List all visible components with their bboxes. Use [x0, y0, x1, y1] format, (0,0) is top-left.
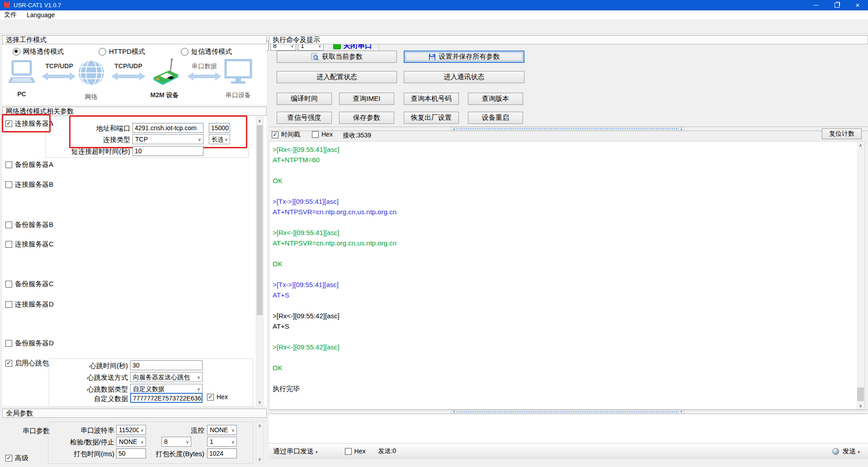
server-a-address-input[interactable]: 4291.cnsh.iot-tcp.com — [132, 123, 203, 133]
hb-mode-select[interactable]: 向服务器发送心跳包 — [130, 372, 203, 382]
work-mode-section-header: 选择工作模式 — [2, 35, 267, 44]
restore-button[interactable] — [826, 0, 847, 10]
scroll-up-icon[interactable] — [256, 422, 263, 429]
conn-type-select[interactable]: TCP — [132, 134, 203, 144]
server-a-port-input[interactable]: 15000 — [209, 123, 230, 133]
chevron-down-icon — [195, 384, 202, 393]
log-splitter[interactable] — [269, 127, 868, 131]
compile-time-button[interactable]: 编译时间 — [277, 93, 332, 105]
hb-mode-label: 心跳发送方式 — [56, 373, 128, 382]
checkbox-log-hex[interactable]: Hex — [312, 131, 333, 138]
g-baud-select[interactable]: 115200 — [116, 425, 146, 435]
g-flow-select[interactable]: NONE — [207, 425, 237, 435]
checkbox-send-hex[interactable]: Hex — [345, 448, 366, 455]
g-baud-label: 串口波特率 — [56, 426, 114, 435]
hb-time-input[interactable]: 30 — [130, 360, 203, 370]
hb-dtype-select[interactable]: 自定义数据 — [130, 384, 203, 394]
short-conn-timeout-input[interactable]: 10 — [132, 146, 203, 156]
splitter-handle[interactable] — [451, 127, 684, 131]
query-signal-button[interactable]: 查信号强度 — [277, 112, 332, 124]
chevron-down-icon — [223, 135, 230, 144]
send-via-serial-dropdown[interactable]: 通过串口发送 — [273, 447, 318, 456]
serial-toolbar: [PC串口参数]：串口号 COM3 波特率 115200 检验/数据/停止 NO… — [0, 19, 868, 34]
send-input-area[interactable] — [269, 414, 868, 443]
get-current-params-button[interactable]: 获取当前参数 — [277, 51, 397, 63]
collapse-down-icon — [680, 410, 682, 414]
checkbox-icon — [5, 222, 12, 228]
checkbox-advanced[interactable]: 高级 — [5, 454, 28, 462]
minimize-button[interactable] — [806, 0, 826, 10]
serial-device-monitor-icon — [224, 59, 252, 86]
global-scrollbar[interactable] — [256, 421, 264, 463]
query-phone-number-button[interactable]: 查询本机号码 — [404, 93, 459, 105]
checkbox-backup-server-c[interactable]: 备份服务器C — [5, 280, 54, 288]
link3-label: 串口数据 — [184, 62, 224, 71]
network-globe-icon — [78, 59, 105, 87]
chevron-down-icon — [196, 135, 203, 144]
scroll-down-icon[interactable] — [256, 455, 263, 462]
g-pktime-input[interactable]: 50 — [116, 448, 146, 458]
close-button[interactable]: ✕ — [847, 0, 868, 10]
g-pklen-label: 打包长度(Bytes) — [146, 450, 204, 458]
checkbox-timestamp[interactable]: 时间戳 — [272, 131, 300, 139]
collapse-down-icon — [453, 410, 455, 414]
collapse-up-icon — [453, 127, 455, 131]
menu-language[interactable]: Language — [27, 11, 55, 19]
scroll-down-icon[interactable] — [857, 402, 864, 409]
checkbox-connect-server-b[interactable]: 连接服务器B — [5, 180, 53, 189]
radio-httpd-mode[interactable]: HTTPD模式 — [99, 47, 145, 56]
hb-custom-data-input[interactable]: 7777772E7573722E636E — [130, 393, 203, 403]
checkbox-hb-hex[interactable]: Hex — [207, 393, 228, 401]
scroll-up-icon[interactable] — [857, 142, 864, 149]
scrollbar-thumb[interactable] — [257, 125, 263, 315]
left-panel-scrollbar[interactable] — [256, 117, 264, 406]
arrow-icon — [111, 71, 146, 81]
checkbox-connect-server-c[interactable]: 连接服务器C — [5, 240, 54, 249]
hb-data-label: 自定义数据 — [56, 395, 128, 403]
g-databits-select[interactable]: 8 — [161, 437, 191, 447]
checkbox-icon — [5, 340, 12, 347]
g-pklen-input[interactable]: 1024 — [207, 448, 237, 458]
checkbox-icon — [272, 132, 278, 138]
device-restart-button[interactable]: 设备重启 — [468, 112, 523, 124]
title-bar: USR-CAT1 V1.0.7 ✕ — [0, 0, 868, 10]
save-floppy-icon — [429, 53, 436, 61]
g-stopbits-select[interactable]: 1 — [207, 437, 237, 447]
scrollbar-thumb[interactable] — [857, 387, 864, 401]
g-pktime-label: 打包时间(ms) — [56, 450, 114, 458]
checkbox-backup-server-d[interactable]: 备份服务器D — [5, 339, 54, 348]
factory-reset-button[interactable]: 恢复出厂设置 — [404, 112, 459, 124]
reset-counter-button[interactable]: 复位计数 — [822, 128, 862, 139]
keep-alive-select[interactable]: 长连接 — [209, 134, 230, 144]
checkbox-connect-server-d[interactable]: 连接服务器D — [5, 300, 54, 309]
menu-file[interactable]: 文件 — [4, 11, 17, 19]
query-version-button[interactable]: 查询版本 — [468, 93, 523, 105]
send-splitter[interactable] — [269, 410, 868, 414]
log-scrollbar[interactable] — [857, 142, 864, 409]
splitter-handle[interactable] — [451, 410, 684, 414]
checkbox-enable-heartbeat[interactable]: 启用心跳包 — [5, 359, 49, 368]
checkbox-icon — [5, 241, 12, 248]
checkbox-icon — [5, 455, 12, 462]
checkbox-backup-server-b[interactable]: 备份服务器B — [5, 221, 53, 229]
scroll-up-icon[interactable] — [256, 117, 263, 124]
radio-net-transparent-mode[interactable]: 网络透传模式 — [13, 47, 64, 56]
scroll-down-icon[interactable] — [256, 398, 263, 406]
send-button[interactable]: 发送 — [842, 447, 860, 456]
radio-icon — [99, 48, 106, 56]
enter-config-state-button[interactable]: 进入配置状态 — [277, 71, 397, 83]
radio-sms-transparent-mode[interactable]: 短信透传模式 — [181, 47, 232, 56]
checkbox-backup-server-a[interactable]: 备份服务器A — [5, 160, 53, 169]
link1-label: TCP/UDP — [43, 62, 75, 70]
sent-count-label: 发送:0 — [378, 447, 396, 455]
chevron-down-icon — [139, 425, 146, 434]
m2m-device-icon — [148, 58, 181, 88]
save-params-button[interactable]: 保存参数 — [339, 112, 394, 124]
g-parity-label: 检验/数据/停止 — [56, 438, 114, 447]
enter-comm-state-button[interactable]: 进入通讯状态 — [404, 71, 524, 83]
g-parity-select[interactable]: NONE — [116, 437, 146, 447]
set-save-all-params-button[interactable]: 设置并保存所有参数 — [404, 51, 524, 63]
conn-type-label: 连接类型 — [40, 136, 130, 144]
checkbox-icon — [207, 394, 214, 401]
query-imei-button[interactable]: 查询IMEI — [339, 93, 394, 105]
